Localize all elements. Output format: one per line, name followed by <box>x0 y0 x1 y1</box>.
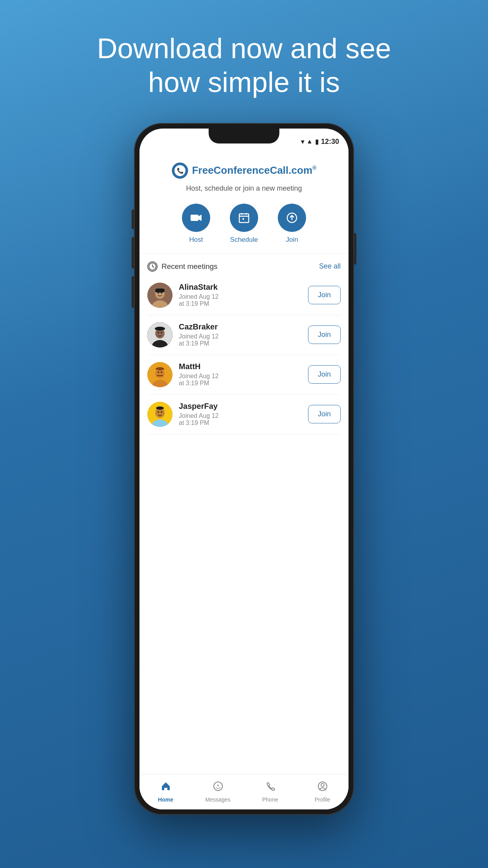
svg-point-25 <box>161 332 162 333</box>
nav-profile[interactable]: Profile <box>296 781 349 803</box>
avatar-jasper <box>147 402 172 427</box>
profile-icon <box>317 781 328 794</box>
svg-point-24 <box>158 332 159 333</box>
meeting-time-alina: Joined Aug 12at 3:19 PM <box>179 293 302 307</box>
avatar-alina-face <box>147 283 172 308</box>
mute-button <box>132 210 134 229</box>
power-button <box>354 233 356 265</box>
logo-reg: ® <box>312 165 316 171</box>
nav-home[interactable]: Home <box>139 781 192 803</box>
avatar-alina <box>147 283 172 308</box>
join-label: Join <box>286 236 298 244</box>
meeting-item-caz: CazBraker Joined Aug 12at 3:19 PM Join <box>147 315 341 355</box>
see-all-button[interactable]: See all <box>319 262 341 270</box>
host-label: Host <box>189 236 203 244</box>
upload-icon <box>286 211 298 224</box>
meeting-name-matt: MattH <box>179 362 302 371</box>
schedule-label: Schedule <box>230 236 258 244</box>
volume-down-button <box>132 276 134 308</box>
join-action[interactable]: Join <box>278 204 306 244</box>
join-button-caz[interactable]: Join <box>308 326 341 344</box>
schedule-icon-circle <box>230 204 258 232</box>
nav-messages-label: Messages <box>205 796 231 803</box>
recent-title: Recent meetings <box>161 262 218 271</box>
headline-line2: how simple it is <box>148 66 340 98</box>
logo-area: 📞 FreeConferenceCall.com® <box>147 162 341 179</box>
video-icon <box>190 211 202 224</box>
meeting-name-caz: CazBraker <box>179 322 302 331</box>
volume-up-button <box>132 237 134 268</box>
signal-icon: ▲ <box>306 138 313 145</box>
phone-mockup: ▾ ▲ ▮ 12:30 📞 FreeConferenceCall.c <box>134 123 354 815</box>
phone-notch <box>209 129 279 143</box>
app-header: 📞 FreeConferenceCall.com® Host, schedule… <box>139 148 349 254</box>
headline-line1: Download now and see <box>97 33 391 64</box>
svg-rect-9 <box>242 218 244 220</box>
recent-title-area: Recent meetings <box>147 261 218 272</box>
svg-rect-33 <box>157 375 163 376</box>
clock-icon <box>147 261 158 272</box>
meeting-info-jasper: JasperFay Joined Aug 12at 3:19 PM <box>179 402 302 427</box>
headline: Download now and see how simple it is <box>66 31 423 99</box>
svg-rect-5 <box>239 214 249 223</box>
app-content: 📞 FreeConferenceCall.com® Host, schedule… <box>139 148 349 809</box>
svg-rect-3 <box>191 215 198 221</box>
meeting-time-caz: Joined Aug 12at 3:19 PM <box>179 333 302 347</box>
svg-text:📞: 📞 <box>176 167 183 174</box>
svg-point-38 <box>161 411 162 413</box>
svg-point-26 <box>155 327 165 331</box>
logo-text: FreeConferenceCall.com® <box>192 164 317 177</box>
avatar-matt-face <box>147 362 172 387</box>
logo-name: FreeConferenceCall.com <box>192 164 312 176</box>
svg-point-39 <box>156 406 164 410</box>
svg-point-31 <box>161 371 162 373</box>
message-icon <box>213 781 224 794</box>
home-icon <box>160 781 171 794</box>
phone-screen: ▾ ▲ ▮ 12:30 📞 FreeConferenceCall.c <box>139 129 349 809</box>
nav-home-label: Home <box>158 796 173 803</box>
avatar-jasper-face <box>147 402 172 427</box>
join-icon-circle <box>278 204 306 232</box>
meeting-info-caz: CazBraker Joined Aug 12at 3:19 PM <box>179 322 302 347</box>
avatar-caz <box>147 322 172 348</box>
svg-line-14 <box>152 267 154 267</box>
svg-marker-4 <box>198 215 202 221</box>
action-buttons: Host Schedule <box>147 204 341 244</box>
app-logo-icon: 📞 <box>172 162 188 179</box>
nav-profile-label: Profile <box>315 796 330 803</box>
nav-messages[interactable]: Messages <box>192 781 244 803</box>
svg-point-32 <box>156 367 164 370</box>
meeting-name-alina: AlinaStark <box>179 283 302 292</box>
meeting-item-alina: AlinaStark Joined Aug 12at 3:19 PM Join <box>147 276 341 315</box>
meeting-info-alina: AlinaStark Joined Aug 12at 3:19 PM <box>179 283 302 307</box>
clock-time: 12:30 <box>321 138 339 146</box>
avatar-caz-face <box>147 322 172 348</box>
bottom-navigation: Home Messages <box>139 774 349 809</box>
wifi-icon: ▾ <box>301 138 304 145</box>
host-action[interactable]: Host <box>182 204 210 244</box>
status-bar-right: ▾ ▲ ▮ 12:30 <box>301 138 339 146</box>
meeting-item-jasper: JasperFay Joined Aug 12at 3:19 PM Join <box>147 395 341 434</box>
svg-point-30 <box>158 371 159 373</box>
svg-point-37 <box>158 411 159 413</box>
svg-rect-20 <box>155 289 165 292</box>
host-icon-circle <box>182 204 210 232</box>
nav-phone-label: Phone <box>262 796 278 803</box>
join-button-matt[interactable]: Join <box>308 365 341 384</box>
meeting-time-jasper: Joined Aug 12at 3:19 PM <box>179 412 302 427</box>
svg-point-41 <box>217 785 219 786</box>
meeting-info-matt: MattH Joined Aug 12at 3:19 PM <box>179 362 302 387</box>
join-button-alina[interactable]: Join <box>308 286 341 304</box>
avatar-matt <box>147 362 172 387</box>
nav-phone[interactable]: Phone <box>244 781 296 803</box>
meeting-time-matt: Joined Aug 12at 3:19 PM <box>179 373 302 387</box>
phone-icon <box>265 781 276 794</box>
svg-point-43 <box>321 783 324 787</box>
battery-icon: ▮ <box>315 138 319 145</box>
join-button-jasper[interactable]: Join <box>308 405 341 423</box>
meeting-name-jasper: JasperFay <box>179 402 302 411</box>
recent-header: Recent meetings See all <box>147 261 341 272</box>
schedule-action[interactable]: Schedule <box>230 204 258 244</box>
recent-meetings-section: Recent meetings See all <box>139 254 349 434</box>
tagline: Host, schedule or join a new meeting <box>147 184 341 193</box>
